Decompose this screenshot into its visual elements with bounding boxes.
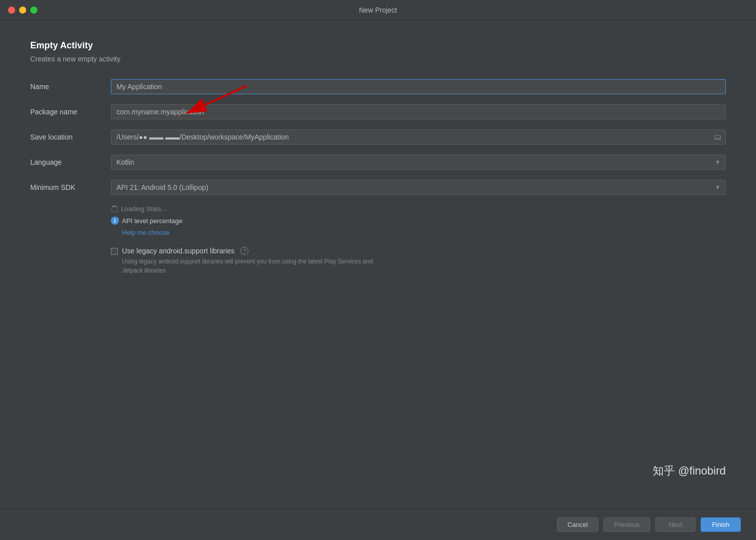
sdk-info-area: Loading Stats... i API level percentage … bbox=[111, 205, 726, 237]
min-sdk-row: Minimum SDK API 21: Android 5.0 (Lollipo… bbox=[30, 180, 726, 195]
cancel-button[interactable]: Cancel bbox=[557, 517, 598, 532]
language-label: Language bbox=[30, 158, 111, 166]
window-controls bbox=[8, 7, 37, 14]
svg-line-1 bbox=[186, 86, 247, 113]
legacy-checkbox[interactable] bbox=[111, 248, 118, 255]
info-icon: i bbox=[111, 217, 119, 225]
loading-spinner bbox=[111, 206, 118, 213]
minimize-button[interactable] bbox=[19, 7, 26, 14]
loading-stats-text: Loading Stats... bbox=[121, 205, 166, 213]
min-sdk-select[interactable]: API 21: Android 5.0 (Lollipop) API 22: A… bbox=[111, 180, 726, 195]
save-location-input[interactable] bbox=[111, 129, 726, 145]
min-sdk-select-wrapper: API 21: Android 5.0 (Lollipop) API 22: A… bbox=[111, 180, 726, 195]
legacy-checkbox-section: Use legacy android.support libraries ? U… bbox=[111, 247, 726, 275]
language-row: Language Kotlin Java ▼ bbox=[30, 155, 726, 170]
api-level-text: API level percentage bbox=[122, 217, 182, 225]
min-sdk-label: Minimum SDK bbox=[30, 183, 111, 191]
section-title: Empty Activity bbox=[30, 40, 726, 51]
watermark: 知乎 @finobird bbox=[653, 463, 726, 479]
language-select[interactable]: Kotlin Java bbox=[111, 155, 726, 170]
save-location-wrapper: 🗂 bbox=[111, 129, 726, 145]
package-row: Package name bbox=[30, 104, 726, 119]
next-button[interactable]: Next bbox=[655, 517, 696, 532]
language-select-wrapper: Kotlin Java ▼ bbox=[111, 155, 726, 170]
help-tooltip-icon[interactable]: ? bbox=[240, 247, 248, 255]
arrow-indicator bbox=[166, 81, 257, 131]
previous-button[interactable]: Previous bbox=[603, 517, 650, 532]
save-location-row: Save location 🗂 bbox=[30, 129, 726, 145]
name-label: Name bbox=[30, 83, 111, 91]
help-link[interactable]: Help me choose bbox=[122, 229, 169, 236]
main-window: New Project Empty Activity Creates a new… bbox=[0, 0, 756, 540]
maximize-button[interactable] bbox=[30, 7, 37, 14]
save-location-label: Save location bbox=[30, 133, 111, 141]
folder-icon[interactable]: 🗂 bbox=[714, 132, 722, 142]
name-row: Name bbox=[30, 79, 726, 94]
legacy-checkbox-description: Using legacy android.support libraries w… bbox=[122, 257, 374, 275]
package-label: Package name bbox=[30, 108, 111, 116]
finish-button[interactable]: Finish bbox=[701, 517, 741, 532]
dialog-content: Empty Activity Creates a new empty activ… bbox=[0, 20, 756, 509]
legacy-checkbox-wrapper: Use legacy android.support libraries ? bbox=[111, 247, 726, 255]
title-bar: New Project bbox=[0, 0, 756, 20]
legacy-checkbox-label: Use legacy android.support libraries bbox=[122, 247, 234, 255]
window-title: New Project bbox=[359, 6, 397, 14]
loading-stats-row: Loading Stats... bbox=[111, 205, 726, 213]
close-button[interactable] bbox=[8, 7, 15, 14]
api-info-row: i API level percentage bbox=[111, 217, 726, 225]
dialog-footer: Cancel Previous Next Finish bbox=[0, 509, 756, 540]
section-subtitle: Creates a new empty activity bbox=[30, 55, 726, 63]
